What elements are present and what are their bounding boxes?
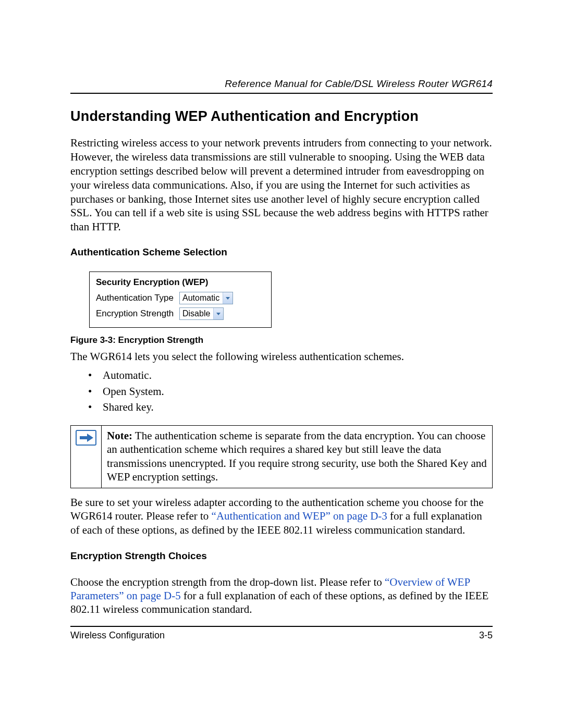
dropdown-auth-type-value: Automatic [180, 292, 223, 304]
list-item: Shared key. [88, 400, 493, 414]
subhead-enc-strength: Encryption Strength Choices [70, 550, 493, 562]
note-body: The authentication scheme is separate fr… [107, 429, 487, 483]
subhead-auth-scheme: Authentication Scheme Selection [70, 246, 493, 258]
rule-top [70, 93, 493, 94]
chevron-down-icon [213, 308, 223, 319]
figure-3-3: Security Encryption (WEP) Authentication… [89, 272, 493, 328]
note-label: Note: [107, 429, 132, 442]
page-footer: Wireless Configuration 3-5 [70, 630, 493, 641]
dropdown-auth-type[interactable]: Automatic [179, 292, 233, 304]
text: Choose the encryption strength from the … [70, 576, 385, 588]
svg-rect-2 [80, 436, 87, 439]
wep-settings-panel: Security Encryption (WEP) Authentication… [89, 272, 272, 328]
section-title: Understanding WEP Authentication and Enc… [70, 108, 493, 125]
row-enc-strength: Encryption Strength Disable [96, 307, 265, 320]
svg-marker-1 [216, 313, 221, 315]
row-auth-type: Authentication Type Automatic [96, 292, 265, 304]
label-auth-type: Authentication Type [96, 293, 179, 303]
note-box: Note: The authentication scheme is separ… [70, 425, 493, 488]
note-icon-cell [71, 426, 102, 488]
label-enc-strength: Encryption Strength [96, 309, 179, 319]
dropdown-enc-strength[interactable]: Disable [179, 307, 224, 320]
rule-bottom [70, 626, 493, 627]
panel-title: Security Encryption (WEP) [96, 277, 265, 288]
chevron-down-icon [223, 292, 232, 304]
footer-left: Wireless Configuration [70, 630, 165, 641]
schemes-list: Automatic. Open System. Shared key. [70, 368, 493, 414]
schemes-lead: The WGR614 lets you select the following… [70, 350, 493, 363]
list-item: Automatic. [88, 368, 493, 382]
arrow-right-icon [76, 430, 96, 446]
footer-right: 3-5 [479, 630, 493, 641]
svg-marker-0 [226, 297, 230, 300]
figure-caption: Figure 3-3: Encryption Strength [70, 335, 493, 346]
intro-paragraph: Restricting wireless access to your netw… [70, 136, 493, 234]
dropdown-enc-strength-value: Disable [180, 308, 213, 319]
page: Reference Manual for Cable/DSL Wireless … [0, 0, 563, 641]
list-item: Open System. [88, 385, 493, 398]
note-text: Note: The authentication scheme is separ… [102, 426, 492, 488]
enc-strength-paragraph: Choose the encryption strength from the … [70, 575, 493, 616]
svg-marker-3 [87, 434, 93, 442]
running-header: Reference Manual for Cable/DSL Wireless … [70, 78, 493, 90]
xref-auth-and-wep[interactable]: “Authentication and WEP” on page D-3 [212, 510, 387, 522]
after-note-paragraph: Be sure to set your wireless adapter acc… [70, 496, 493, 537]
